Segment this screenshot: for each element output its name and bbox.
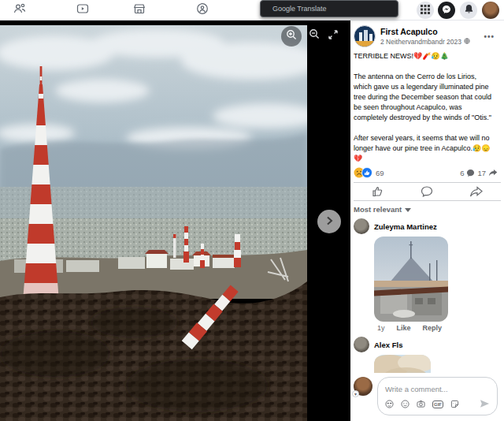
comment-input[interactable] <box>385 385 490 393</box>
reaction-icons[interactable] <box>354 167 372 178</box>
comments-sort-dropdown[interactable]: Most relevant <box>354 205 501 214</box>
google-translate-tooltip: Google Translate <box>260 0 398 17</box>
reactions-bar: 69 6 17 <box>354 166 498 179</box>
groups-icon <box>196 2 209 18</box>
post-options-button[interactable]: ••• <box>480 31 498 43</box>
next-photo-button[interactable] <box>317 210 341 233</box>
zoom-in-button[interactable] <box>281 26 302 47</box>
apps-menu-button[interactable] <box>417 2 434 19</box>
comment-share-counts[interactable]: 6 17 <box>460 169 498 177</box>
zoom-out-button[interactable] <box>305 26 324 45</box>
share-count-icon <box>488 169 498 177</box>
post-header: First Acapulco 2 Neithervandmbandr 2023 … <box>350 20 504 47</box>
sort-label: Most relevant <box>354 205 402 214</box>
like-button[interactable] <box>372 185 384 198</box>
post-body-1: The antenna on the Cerro de los Lirios, … <box>354 72 496 123</box>
reaction-count[interactable]: 69 <box>376 169 384 177</box>
comment-item: Zuleyma Martinez 1y Like Rep <box>354 218 501 332</box>
comment-composer: ▾ <box>350 373 504 421</box>
composer-icon-row: GIF <box>385 397 490 412</box>
groups-nav-button[interactable] <box>194 2 211 19</box>
comment-timestamp[interactable]: 1y <box>377 324 385 332</box>
photo-acapulco-antenna-hill <box>0 23 307 421</box>
caret-down-icon <box>405 207 411 212</box>
photo-viewer <box>0 20 350 421</box>
chevron-right-icon <box>324 214 334 229</box>
share-button[interactable] <box>469 186 483 198</box>
emoji-icon[interactable] <box>401 397 410 412</box>
comment-icon <box>421 185 433 198</box>
comment-meta-row: 1y Like Reply <box>377 324 501 332</box>
post-text: TERRIBLE NEWS!💔🧨😥🎄 The antenna on the Ce… <box>354 51 496 164</box>
post-body-2: After several years, it seems that we wi… <box>354 133 496 164</box>
post-headline: TERRIBLE NEWS!💔🧨😥🎄 <box>354 51 496 61</box>
zoom-out-icon <box>309 28 320 43</box>
gif-icon[interactable]: GIF <box>432 401 443 408</box>
notifications-button[interactable] <box>460 2 477 19</box>
globe-public-icon <box>464 38 470 46</box>
commenter-avatar[interactable] <box>354 337 369 352</box>
camera-icon[interactable] <box>417 397 425 412</box>
like-reaction-icon <box>361 167 372 178</box>
zoom-in-icon <box>286 29 297 43</box>
send-icon <box>480 399 490 408</box>
ellipsis-icon: ••• <box>484 32 495 41</box>
post-timestamp: 2 Neithervandmbandr 2023 <box>380 38 461 46</box>
share-count: 17 <box>477 169 486 177</box>
fullscreen-button[interactable] <box>324 27 342 44</box>
profile-avatar[interactable] <box>482 2 499 19</box>
avatar-chevron-badge: ▾ <box>352 390 359 397</box>
bell-icon <box>464 3 474 17</box>
apps-grid-icon <box>421 3 430 17</box>
comment-input-box: GIF <box>377 377 498 415</box>
top-navigation-bar: Google Translate <box>0 0 504 20</box>
comment-button[interactable] <box>421 185 433 198</box>
marketplace-nav-button[interactable] <box>131 2 148 19</box>
comment-count: 6 <box>460 169 464 177</box>
commenter-avatar[interactable] <box>354 218 369 234</box>
friends-icon <box>13 2 26 18</box>
commenter-name[interactable]: Alex Fls <box>374 341 402 349</box>
page-name[interactable]: First Acapulco <box>380 27 470 36</box>
comment-photo-antenna-hill[interactable] <box>374 237 448 322</box>
page-avatar[interactable] <box>354 25 376 47</box>
composer-avatar[interactable]: ▾ <box>354 377 372 396</box>
expand-icon <box>328 28 338 43</box>
messenger-icon <box>442 3 451 17</box>
watch-nav-button[interactable] <box>74 2 91 19</box>
post-panel: First Acapulco 2 Neithervandmbandr 2023 … <box>350 20 504 421</box>
marketplace-icon <box>133 2 146 18</box>
post-meta[interactable]: 2 Neithervandmbandr 2023 <box>380 38 470 46</box>
messenger-button[interactable] <box>438 2 455 19</box>
like-icon <box>372 185 384 198</box>
friends-nav-button[interactable] <box>11 2 28 19</box>
watch-video-icon <box>76 2 89 18</box>
share-icon <box>469 186 483 198</box>
post-action-bar <box>354 182 501 201</box>
send-comment-button[interactable] <box>480 397 490 412</box>
avatar-sticker-icon[interactable] <box>385 397 394 412</box>
comment-reply-link[interactable]: Reply <box>423 324 443 332</box>
sticker-icon[interactable] <box>450 397 459 412</box>
comment-like-link[interactable]: Like <box>397 324 411 332</box>
comment-count-icon <box>466 169 475 177</box>
commenter-name[interactable]: Zuleyma Martinez <box>374 222 437 231</box>
